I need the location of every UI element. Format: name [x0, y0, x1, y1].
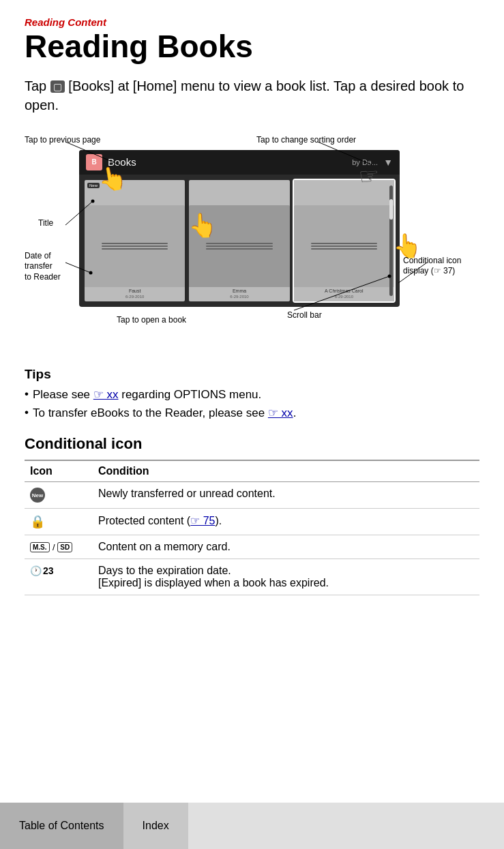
table-row: 🕐 23 Days to the expiration date. [Expir…	[25, 559, 479, 595]
label-date: Date oftransferto Reader	[25, 251, 61, 283]
expiry-number: 23	[43, 565, 54, 576]
books-header: B Books by Da... ▼	[79, 150, 400, 175]
book-date-2: 6-29-2010	[230, 295, 248, 299]
intro-text: Tap ▢ [Books] at [Home] menu to view a b…	[25, 76, 479, 115]
col-header-icon: Icon	[25, 460, 93, 482]
book-item-2: Emma 6-29-2010	[189, 180, 289, 301]
book-cover-3	[294, 205, 394, 287]
conditional-section: Conditional icon Icon Condition New Newl…	[25, 435, 479, 596]
conditional-heading: Conditional icon	[25, 435, 479, 453]
tip-2: • To transfer eBooks to the Reader, plea…	[25, 406, 479, 420]
lock-icon: 🔒	[30, 514, 45, 529]
dropdown-icon: ▼	[383, 157, 393, 168]
book-date-3: 6-29-2010	[335, 295, 353, 299]
tip-1-link[interactable]: ☞ xx	[93, 388, 119, 401]
tips-heading: Tips	[25, 367, 479, 382]
new-badge-1: New	[87, 183, 100, 188]
col-header-condition: Condition	[93, 460, 479, 482]
tip-2-link[interactable]: ☞ xx	[268, 406, 293, 419]
tip-2-text: To transfer eBooks to the Reader, please…	[33, 406, 296, 420]
index-button[interactable]: Index	[123, 803, 188, 849]
condition-cell-new: Newly transferred or unread content.	[93, 481, 479, 509]
books-content: New Faust 6-29-2010	[79, 175, 400, 307]
lock-link[interactable]: ☞ 75	[190, 515, 215, 526]
tip-1-text: Please see ☞ xx regarding OPTIONS menu.	[33, 387, 261, 402]
slash-text: /	[53, 542, 57, 552]
tips-section: Tips • Please see ☞ xx regarding OPTIONS…	[25, 367, 479, 420]
label-scroll-bar: Scroll bar	[287, 310, 322, 320]
condition-cell-memory: Content on a memory card.	[93, 535, 479, 559]
clock-icon: 🕐 23	[30, 565, 54, 576]
books-ui: B Books by Da... ▼ New Fau	[79, 150, 400, 307]
hand-pointer-4: 👆	[393, 232, 421, 259]
hand-pointer-3: ☞	[357, 161, 380, 190]
icon-cell-memory: M.S. / SD	[25, 535, 93, 559]
label-title: Title	[38, 218, 53, 228]
scroll-thumb	[389, 199, 393, 220]
ms-icon: M.S.	[30, 542, 50, 552]
icon-table: Icon Condition New Newly transferred or …	[25, 460, 479, 596]
table-row: M.S. / SD Content on a memory card.	[25, 535, 479, 559]
book-date-1: 6-29-2010	[125, 295, 144, 299]
book-title-3: A Christmas Carol	[323, 287, 364, 295]
icon-cell-lock: 🔒	[25, 509, 93, 535]
toc-label: Table of Contents	[19, 820, 104, 832]
condition-cell-lock: Protected content (☞ 75).	[93, 509, 479, 535]
label-tap-sorting: Tap to change sorting order	[256, 135, 356, 145]
section-label: Reading Content	[25, 16, 479, 28]
label-tap-open: Tap to open a book	[117, 315, 186, 325]
index-label: Index	[143, 820, 169, 832]
table-row: 🔒 Protected content (☞ 75).	[25, 509, 479, 535]
sd-icon: SD	[57, 542, 72, 552]
condition-cell-clock: Days to the expiration date. [Expired] i…	[93, 559, 479, 595]
tip-bullet-1: •	[25, 387, 29, 401]
book-item-3: A Christmas Carol 6-29-2010	[294, 180, 394, 301]
book-title-2: Emma	[231, 287, 248, 295]
hand-pointer-2: 👆	[188, 211, 217, 239]
book-cover-1	[85, 205, 185, 287]
tip-1: • Please see ☞ xx regarding OPTIONS menu…	[25, 387, 479, 402]
books-header-title: Books	[108, 156, 346, 168]
icon-cell-clock: 🕐 23	[25, 559, 93, 595]
label-conditional: Conditional icon display (☞ 37)	[403, 256, 485, 277]
page-title: Reading Books	[25, 29, 479, 64]
book-item-1: New Faust 6-29-2010	[85, 180, 185, 301]
hand-pointer-1: 👆	[96, 162, 129, 194]
page-container: Reading Content Reading Books Tap ▢ [Boo…	[0, 0, 504, 849]
toc-button[interactable]: Table of Contents	[0, 803, 123, 849]
tip-bullet-2: •	[25, 406, 29, 419]
diagram-area: B Books by Da... ▼ New Fau	[25, 130, 479, 348]
new-icon: New	[30, 488, 45, 503]
bottom-nav: Table of Contents Index	[0, 803, 504, 849]
label-tap-previous: Tap to previous page	[25, 135, 100, 145]
icon-cell-new: New	[25, 481, 93, 509]
book-title-1: Faust	[128, 287, 143, 295]
table-row: New Newly transferred or unread content.	[25, 481, 479, 509]
clock-symbol: 🕐	[30, 565, 42, 576]
